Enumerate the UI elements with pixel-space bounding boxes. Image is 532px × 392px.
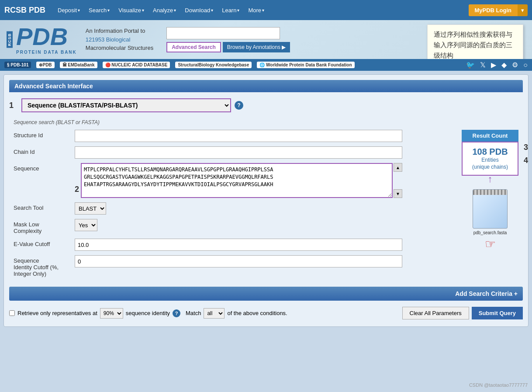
step2-number: 2 (75, 185, 79, 194)
scroll-down-button[interactable]: ▼ (394, 189, 402, 198)
partner-nucleic[interactable]: 🔴 NUCLEIC ACID DATABASE (103, 62, 170, 68)
mask-low-label: Mask LowComplexity (14, 219, 70, 234)
pdb-logo-text: PDB (16, 24, 77, 49)
tooltip-text: 通过序列相似性搜索获得与输入序列同源的蛋白质的三级结构 (434, 31, 512, 59)
banner-search-area: Advanced Search Browse by Annotations ▶ (166, 27, 290, 52)
retrieve-label: Retrieve only representatives at (17, 310, 97, 316)
help-icon[interactable]: ? (235, 101, 243, 110)
sequence-label: Sequence (14, 163, 70, 172)
step3-number: 3 (524, 143, 528, 152)
chain-id-label: Chain Id (14, 146, 70, 155)
social-android[interactable]: ⚙ (512, 61, 518, 69)
percent-select[interactable]: 90% 70% 50% 30% (100, 308, 123, 319)
retrieve-checkbox[interactable] (9, 310, 15, 316)
step4-number: 4 (524, 156, 528, 165)
form-with-right: Structure Id Chain Id Sequence 2 MTPLCPR… (14, 130, 518, 281)
form-section: Sequence search (BLAST or FASTA) Structu… (9, 119, 523, 281)
sequence-scroll: ▲ ▼ (394, 163, 402, 198)
top-navigation: RCSB PDB Deposit ▾ Search ▾ Visualize ▾ … (0, 0, 532, 20)
seq-identity-suffix: sequence identity (126, 310, 170, 316)
nav-more[interactable]: More ▾ (245, 5, 268, 15)
result-count-box: 108 PDB Entities(unique chains) (462, 142, 518, 176)
social-apple[interactable]: ◆ (501, 61, 507, 69)
form-main: Structure Id Chain Id Sequence 2 MTPLCPR… (14, 130, 453, 281)
nav-download[interactable]: Download ▾ (181, 5, 217, 15)
result-count-button[interactable]: Result Count (462, 130, 518, 142)
structure-id-input[interactable] (75, 130, 402, 142)
search-type-select[interactable]: Sequence (BLAST/FASTA/PSI-BLAST) (21, 98, 231, 112)
banner-search-input[interactable] (166, 27, 280, 39)
result-count-area: Result Count 108 PDB Entities(unique cha… (462, 130, 518, 176)
partner-bar: § PDB-101 ⊕PDB 🏛 EMDataBank 🔴 NUCLEIC AC… (0, 59, 532, 71)
social-twitter[interactable]: 𝕏 (480, 61, 486, 69)
search-tool-select[interactable]: BLAST (75, 202, 106, 215)
step1-number: 1 (9, 101, 18, 110)
partner-emdatabank[interactable]: 🏛 EMDataBank (60, 62, 97, 68)
result-count-sub: Entities(unique chains) (467, 157, 513, 170)
structure-id-label: Structure Id (14, 130, 70, 139)
file-spiral (473, 190, 507, 195)
file-icon[interactable] (473, 189, 508, 229)
partner-worldwide[interactable]: 🌐 Worldwide Protein Data Bank Foundation (257, 62, 354, 68)
right-panel: Result Count 108 PDB Entities(unique cha… (462, 130, 518, 251)
nav-deposit[interactable]: Deposit ▾ (54, 5, 83, 15)
social-youtube[interactable]: ▶ (491, 61, 496, 69)
match-label: Match (186, 310, 201, 316)
evalue-input[interactable] (75, 239, 402, 251)
match-select[interactable]: all any (204, 308, 225, 319)
nav-search[interactable]: Search ▾ (85, 5, 113, 15)
seq-identity-label: SequenceIdentity Cutoff (%, Integer Only… (14, 255, 70, 277)
mypdb-login-button[interactable]: MyPDB Login (469, 4, 518, 16)
result-count-value: 108 PDB (467, 147, 513, 157)
section-title: Advanced Search Interface (9, 80, 523, 92)
chain-id-input[interactable] (75, 146, 402, 159)
banner-area: RCSB PDB PROTEIN DATA BANK An Informatio… (0, 20, 532, 59)
search-tool-label: Search Tool (14, 202, 70, 211)
bottom-right: Clear All Parameters Submit Query (402, 307, 523, 319)
file-name-label: pdb_search.fasta (473, 230, 508, 235)
social-github[interactable]: ○ (523, 61, 528, 69)
rcsb-label: RCSB (7, 31, 13, 48)
search-tool-row: Search Tool BLAST (14, 202, 453, 215)
main-content-area: Advanced Search Interface 1 Sequence (BL… (3, 74, 529, 327)
chain-id-row: Chain Id (14, 146, 453, 159)
sequence-row: Sequence 2 MTPLCPRPALCYHFLTSLLRSAMQNARGA… (14, 163, 453, 198)
mask-low-row: Mask LowComplexity Yes No (14, 219, 453, 234)
site-logo: RCSB PDB (4, 6, 45, 15)
file-area: ↑ pdb_search.fasta ☞ (473, 176, 508, 251)
browse-button[interactable]: Browse by Annotations ▶ (223, 42, 290, 52)
add-criteria-button[interactable]: Add Search Criteria + (9, 287, 523, 301)
structure-id-row: Structure Id (14, 130, 453, 142)
mask-low-select[interactable]: Yes No (75, 219, 97, 231)
banner-logo: RCSB PDB PROTEIN DATA BANK (7, 24, 77, 55)
submit-query-button[interactable]: Submit Query (472, 307, 523, 319)
nav-learn[interactable]: Learn ▾ (218, 5, 243, 15)
nav-analyze[interactable]: Analyze ▾ (149, 5, 180, 15)
tooltip-overlay: 通过序列相似性搜索获得与输入序列同源的蛋白质的三级结构 (427, 24, 523, 59)
hand-pointer-icon: ☞ (473, 237, 508, 251)
conditions-label: of the above conditions. (227, 310, 287, 316)
banner-search-buttons: Advanced Search Browse by Annotations ▶ (166, 42, 290, 52)
nav-visualize[interactable]: Visualize ▾ (115, 5, 148, 15)
protein-bank-label: PROTEIN DATA BANK (16, 50, 77, 55)
search-type-row: 1 Sequence (BLAST/FASTA/PSI-BLAST) ? (9, 97, 523, 114)
partner-opdb[interactable]: ⊕PDB (36, 62, 54, 68)
seq-identity-input[interactable] (75, 255, 402, 267)
banner-description: An Information Portal to 121953 Biologic… (86, 27, 153, 52)
banner-desc-link[interactable]: 121953 Biological (86, 36, 131, 43)
sequence-textarea[interactable]: MTPLCPRPALCYHFLTSLLRSAMQNARGARQRAEAAVLSG… (81, 163, 393, 198)
social-facebook[interactable]: 🐦 (466, 61, 475, 69)
evalue-label: E-Value Cutoff (14, 239, 70, 247)
clear-all-button[interactable]: Clear All Parameters (402, 307, 469, 319)
nav-menu: Deposit ▾ Search ▾ Visualize ▾ Analyze ▾… (54, 5, 468, 15)
banner-desc-line1: An Information Portal to (86, 27, 153, 35)
scroll-up-button[interactable]: ▲ (394, 163, 402, 172)
mypdb-dropdown-button[interactable]: ▾ (518, 4, 528, 16)
banner-desc-line3: Macromolecular Structures (86, 44, 153, 52)
advanced-search-button[interactable]: Advanced Search (166, 42, 221, 52)
partner-structural[interactable]: StructuralBiology Knowledgebase (175, 62, 252, 68)
help-icon-bottom[interactable]: ? (173, 309, 180, 317)
evalue-row: E-Value Cutoff (14, 239, 453, 251)
seq-identity-row: SequenceIdentity Cutoff (%, Integer Only… (14, 255, 453, 277)
partner-pdb101[interactable]: § PDB-101 (4, 62, 31, 68)
